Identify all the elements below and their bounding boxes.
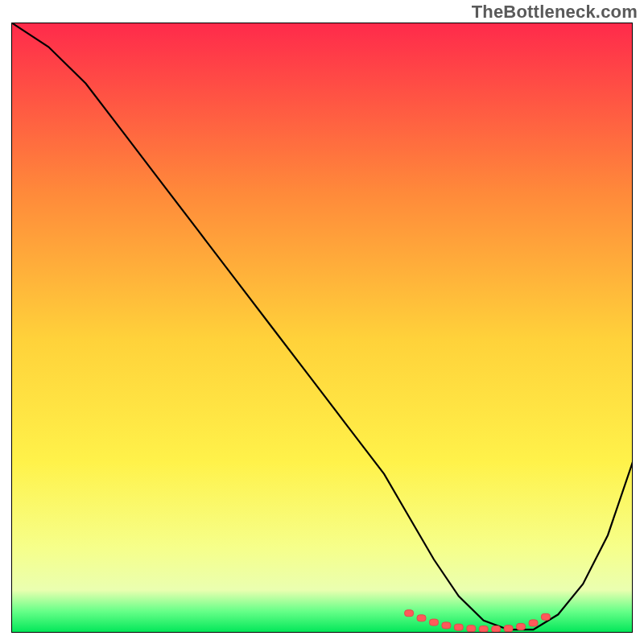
optimal-marker: [454, 624, 463, 630]
optimal-marker: [479, 626, 488, 633]
optimal-marker: [492, 626, 501, 633]
optimal-marker: [467, 625, 476, 632]
optimal-marker: [417, 615, 426, 621]
chart-container: TheBottleneck.com: [0, 0, 644, 644]
bottleneck-chart: [11, 23, 633, 633]
plot-area: [11, 23, 633, 633]
optimal-marker: [529, 620, 538, 626]
optimal-marker: [517, 623, 526, 630]
watermark-text: TheBottleneck.com: [472, 2, 638, 23]
optimal-marker: [504, 625, 513, 632]
optimal-marker: [541, 613, 550, 620]
optimal-marker: [442, 622, 451, 629]
optimal-marker: [430, 619, 439, 625]
gradient-background: [11, 23, 633, 633]
optimal-marker: [405, 610, 414, 617]
